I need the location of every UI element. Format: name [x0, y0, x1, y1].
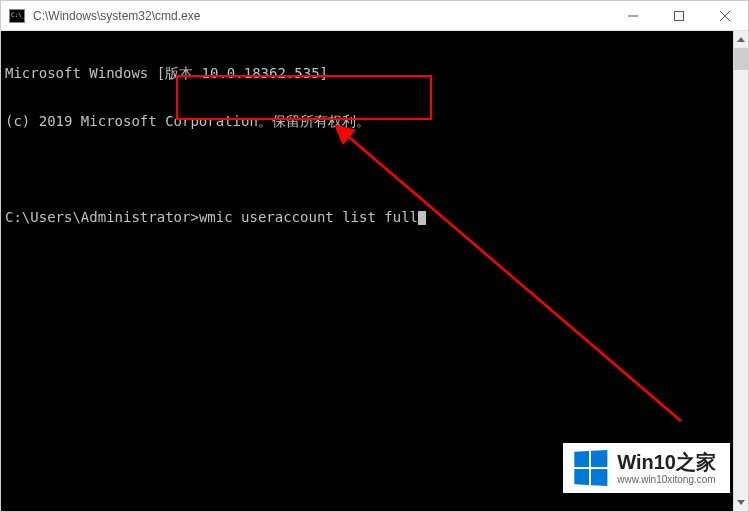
terminal-blank — [5, 161, 729, 177]
terminal-line-version: Microsoft Windows [版本 10.0.18362.535] — [5, 65, 729, 81]
close-button[interactable] — [702, 1, 748, 30]
watermark-title: Win10之家 — [617, 452, 716, 472]
terminal-area[interactable]: Microsoft Windows [版本 10.0.18362.535] (c… — [1, 31, 733, 511]
terminal-prompt-line: C:\Users\Administrator>wmic useraccount … — [5, 209, 729, 225]
watermark: Win10之家 www.win10xitong.com — [563, 443, 730, 493]
terminal-cursor — [418, 211, 426, 225]
scroll-down-button[interactable] — [734, 494, 748, 511]
window-controls — [610, 1, 748, 30]
window-title: C:\Windows\system32\cmd.exe — [33, 9, 610, 23]
minimize-button[interactable] — [610, 1, 656, 30]
watermark-url: www.win10xitong.com — [617, 475, 716, 485]
terminal-command: wmic useraccount list full — [199, 209, 418, 225]
windows-logo-icon — [575, 450, 608, 486]
vertical-scrollbar[interactable] — [733, 31, 748, 511]
window-titlebar: C:\Windows\system32\cmd.exe — [1, 1, 748, 31]
maximize-button[interactable] — [656, 1, 702, 30]
scroll-thumb[interactable] — [734, 48, 748, 70]
scroll-up-button[interactable] — [734, 31, 748, 48]
cmd-icon — [9, 9, 25, 23]
terminal-line-copyright: (c) 2019 Microsoft Corporation。保留所有权利。 — [5, 113, 729, 129]
watermark-text: Win10之家 www.win10xitong.com — [617, 452, 716, 485]
svg-rect-1 — [675, 11, 684, 20]
terminal-prompt: C:\Users\Administrator> — [5, 209, 199, 225]
